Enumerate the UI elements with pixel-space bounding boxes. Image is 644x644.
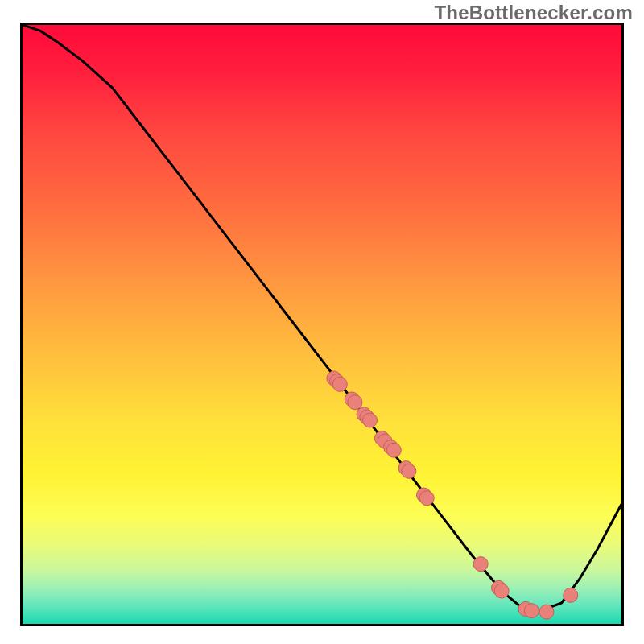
data-marker xyxy=(386,443,401,457)
data-marker xyxy=(473,557,488,572)
data-marker xyxy=(524,604,539,618)
chart-container: TheBottlenecker.com xyxy=(0,0,644,644)
data-marker xyxy=(332,377,347,391)
data-marker xyxy=(402,464,416,478)
plot-svg xyxy=(23,25,621,624)
data-markers xyxy=(327,371,578,619)
data-marker xyxy=(419,491,434,506)
data-marker xyxy=(564,588,578,602)
data-marker xyxy=(363,413,378,427)
watermark-label: TheBottlenecker.com xyxy=(434,2,633,24)
data-marker xyxy=(539,605,554,619)
data-marker xyxy=(494,584,509,598)
curve-line xyxy=(23,25,621,612)
data-marker xyxy=(348,395,362,410)
plot-area xyxy=(20,23,624,626)
